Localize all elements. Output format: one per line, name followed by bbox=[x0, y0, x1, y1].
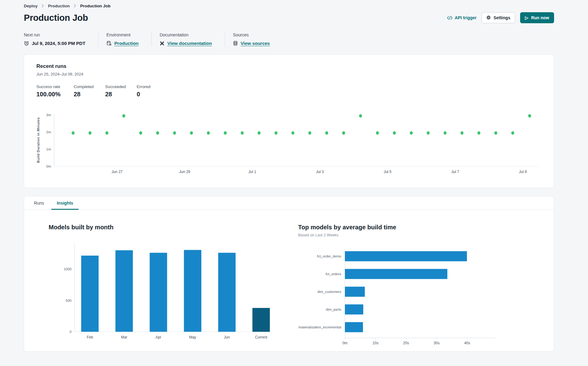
run-duration-point[interactable] bbox=[410, 131, 413, 135]
recent-runs-card: Recent runs Jun 25, 2024–Jul 09, 2024 Su… bbox=[24, 54, 554, 188]
breadcrumb: Deploy Production Production Job bbox=[24, 2, 554, 9]
run-duration-point[interactable] bbox=[376, 131, 379, 135]
models-built-chart-title: Models built by month bbox=[49, 224, 298, 231]
stat-value: 0 bbox=[137, 91, 162, 98]
run-duration-point[interactable] bbox=[72, 131, 75, 135]
month-bar[interactable] bbox=[81, 256, 99, 332]
svg-text:0m: 0m bbox=[46, 165, 51, 168]
stat-value: 100.00% bbox=[36, 91, 68, 98]
top-models-chart-svg: 0m10s20s30s40sfct_order_itemsfct_ordersd… bbox=[298, 247, 500, 346]
run-duration-point[interactable] bbox=[190, 131, 193, 135]
svg-text:500: 500 bbox=[66, 299, 72, 302]
run-duration-point[interactable] bbox=[393, 131, 396, 135]
run-duration-point[interactable] bbox=[241, 131, 244, 135]
view-documentation-link[interactable]: View documentation bbox=[167, 41, 212, 46]
stat-success-rate: Success rate 100.00% bbox=[36, 84, 74, 98]
alarm-clock-icon bbox=[24, 41, 29, 46]
run-duration-point[interactable] bbox=[173, 131, 176, 135]
gear-icon: ⚙ bbox=[486, 15, 491, 20]
svg-text:May: May bbox=[189, 335, 196, 339]
svg-text:dim_parts: dim_parts bbox=[326, 308, 342, 311]
documentation-section: Documentation View documentation bbox=[151, 32, 225, 46]
run-duration-point[interactable] bbox=[156, 131, 159, 135]
run-duration-point[interactable] bbox=[308, 131, 311, 135]
build-duration-chart-svg: 0m1m2m3mBuild Duration in MinutesJun 27J… bbox=[36, 111, 542, 174]
run-duration-point[interactable] bbox=[224, 131, 227, 135]
stat-label: Errored bbox=[137, 84, 162, 89]
month-bar[interactable] bbox=[253, 308, 270, 332]
run-duration-point[interactable] bbox=[494, 131, 497, 135]
insights-panel: Models built by month 05001000FebMarAprM… bbox=[24, 210, 554, 351]
view-sources-link[interactable]: View sources bbox=[241, 41, 270, 46]
database-icon bbox=[233, 41, 238, 46]
tab-insights[interactable]: Insights bbox=[51, 196, 79, 210]
model-build-time-bar[interactable] bbox=[345, 322, 363, 332]
breadcrumb-deploy[interactable]: Deploy bbox=[24, 4, 38, 8]
run-duration-point[interactable] bbox=[444, 131, 447, 135]
models-built-chart-svg: 05001000FebMarAprMayJunCurrent bbox=[49, 240, 275, 350]
run-duration-point[interactable] bbox=[89, 131, 92, 135]
run-duration-point[interactable] bbox=[460, 131, 464, 135]
next-run-value: Jul 9, 2024, 5:00 PM PDT bbox=[32, 41, 85, 46]
job-detail-card: Runs Insights Models built by month 0500… bbox=[24, 196, 554, 352]
svg-text:1000: 1000 bbox=[64, 267, 72, 271]
svg-text:Jun: Jun bbox=[224, 335, 230, 339]
run-now-button[interactable]: ▷ Run now bbox=[520, 12, 554, 23]
month-bar[interactable] bbox=[218, 253, 236, 332]
environment-link[interactable]: Production bbox=[114, 41, 139, 46]
model-build-time-bar[interactable] bbox=[345, 269, 447, 279]
stat-value: 28 bbox=[105, 91, 131, 98]
svg-text:Feb: Feb bbox=[87, 335, 93, 339]
breadcrumb-production[interactable]: Production bbox=[48, 4, 70, 8]
documentation-label: Documentation bbox=[160, 32, 212, 37]
run-duration-point[interactable] bbox=[342, 131, 345, 135]
tab-runs[interactable]: Runs bbox=[28, 196, 50, 210]
svg-text:Apr: Apr bbox=[156, 335, 161, 339]
run-duration-point[interactable] bbox=[325, 131, 328, 135]
run-duration-point[interactable] bbox=[427, 131, 430, 135]
run-duration-point[interactable] bbox=[511, 131, 514, 135]
top-models-chart-title: Top models by average build time bbox=[298, 224, 548, 231]
run-duration-point[interactable] bbox=[359, 114, 362, 117]
code-icon bbox=[447, 16, 453, 20]
environment-label: Environment bbox=[106, 32, 139, 37]
api-trigger-link[interactable]: API trigger bbox=[447, 15, 477, 20]
sources-section: Sources View sources bbox=[225, 32, 283, 46]
chevron-right-icon bbox=[42, 4, 44, 8]
svg-text:Jul 3: Jul 3 bbox=[316, 170, 324, 174]
sources-label: Sources bbox=[233, 32, 270, 37]
stat-value: 28 bbox=[74, 91, 99, 98]
run-duration-point[interactable] bbox=[528, 114, 531, 117]
svg-text:0: 0 bbox=[70, 330, 72, 334]
stat-succeeded: Succeeded 28 bbox=[105, 84, 137, 98]
settings-button[interactable]: ⚙ Settings bbox=[482, 12, 516, 23]
models-built-by-month-chart: Models built by month 05001000FebMarAprM… bbox=[49, 224, 298, 351]
model-build-time-bar[interactable] bbox=[345, 287, 365, 297]
month-bar[interactable] bbox=[150, 253, 167, 332]
svg-text:Jul 1: Jul 1 bbox=[249, 170, 257, 174]
svg-text:materialization_incremental: materialization_incremental bbox=[298, 325, 341, 329]
run-duration-point[interactable] bbox=[477, 131, 480, 135]
svg-text:fct_order_items: fct_order_items bbox=[317, 254, 342, 258]
svg-text:Jun 29: Jun 29 bbox=[179, 170, 190, 174]
page: Deploy Production Production Job Product… bbox=[0, 0, 588, 352]
month-bar[interactable] bbox=[116, 250, 133, 332]
run-duration-point[interactable] bbox=[258, 131, 261, 135]
run-duration-point[interactable] bbox=[207, 131, 210, 135]
run-duration-point[interactable] bbox=[275, 131, 278, 135]
svg-text:Jun 27: Jun 27 bbox=[112, 170, 123, 174]
run-duration-point[interactable] bbox=[291, 131, 294, 135]
model-build-time-bar[interactable] bbox=[345, 251, 467, 261]
stat-label: Completed bbox=[74, 84, 99, 89]
svg-text:1m: 1m bbox=[46, 147, 51, 151]
svg-text:40s: 40s bbox=[464, 341, 470, 345]
stat-errored: Errored 0 bbox=[137, 84, 168, 98]
run-duration-point[interactable] bbox=[122, 114, 125, 117]
build-duration-chart: 0m1m2m3mBuild Duration in MinutesJun 27J… bbox=[36, 111, 542, 176]
month-bar[interactable] bbox=[184, 250, 202, 332]
model-build-time-bar[interactable] bbox=[345, 305, 363, 315]
recent-runs-date-range: Jun 25, 2024–Jul 09, 2024 bbox=[36, 72, 542, 76]
svg-text:fct_orders: fct_orders bbox=[326, 272, 341, 276]
run-duration-point[interactable] bbox=[139, 131, 142, 135]
run-duration-point[interactable] bbox=[105, 131, 109, 135]
